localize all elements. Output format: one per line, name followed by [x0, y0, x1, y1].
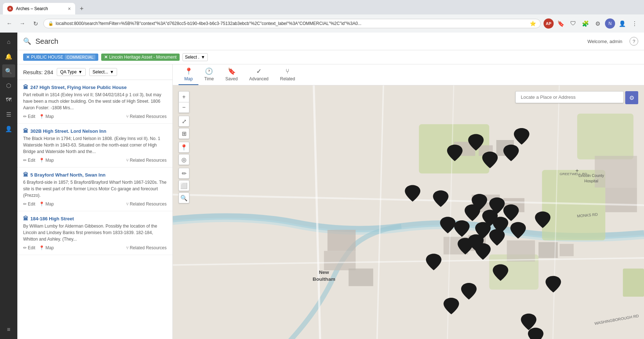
tab-map[interactable]: 📍 Map	[179, 64, 198, 85]
result-title-text[interactable]: 5 Brayford Wharf North, Swan Inn	[30, 172, 106, 178]
new-tab-button[interactable]: +	[77, 4, 87, 14]
result-title-text[interactable]: 302B High Street. Lord Nelson Inn	[30, 128, 106, 134]
shield-icon[interactable]: 🛡	[568, 18, 578, 29]
map-tab-saved-icon: 🔖	[228, 67, 236, 75]
select-area-button[interactable]: ⬜	[179, 180, 189, 191]
edit-link-3[interactable]: ✏ Edit	[23, 245, 35, 250]
filter-monument[interactable]: ✕ Lincoln Heritage Asset - Monument	[101, 54, 180, 61]
app: ⌂ 🔔 🔍 ⬡ 🗺 ☰ 👤 ≡ 🔍 Search Welcome, admin …	[0, 33, 644, 339]
map-container[interactable]: New Boultham MONKS RD WASHINGBOROUGH RD …	[173, 85, 644, 339]
edit-link-2[interactable]: ✏ Edit	[23, 202, 35, 207]
tab-time[interactable]: 🕐 Time	[198, 64, 219, 85]
results-list: 🏛 247 High Street, Flying Horse Public H…	[17, 80, 172, 339]
reload-button[interactable]: ↻	[30, 18, 40, 29]
tab-saved-label: Saved	[226, 76, 238, 81]
extensions-icon[interactable]: AP	[544, 18, 554, 29]
result-title: 🏛 247 High Street, Flying Horse Public H…	[23, 84, 167, 90]
select-chevron: ▼	[110, 69, 114, 75]
related-link-1[interactable]: ⑂ Related Resources	[126, 158, 167, 163]
avatar-icon[interactable]: 👤	[617, 18, 627, 29]
sidebar-item-search[interactable]: 🔍	[2, 64, 15, 77]
locate-place-input[interactable]	[515, 91, 624, 103]
sidebar-item-person[interactable]: 👤	[2, 122, 15, 135]
map-link-0[interactable]: 📍 Map	[39, 114, 54, 119]
tab-close-button[interactable]: ×	[68, 6, 71, 12]
tab-related[interactable]: ⑂ Related	[274, 65, 301, 85]
filter-dropdown[interactable]: Select . ▼	[183, 53, 208, 61]
reset-view-button[interactable]: ⤢	[179, 116, 189, 127]
map-link-1[interactable]: 📍 Map	[39, 158, 54, 163]
filter-commercial-close[interactable]: ✕	[26, 55, 30, 60]
related-link-0[interactable]: ⑂ Related Resources	[126, 114, 167, 119]
results-count: Results: 284	[23, 69, 53, 75]
result-heritage-icon: 🏛	[23, 172, 28, 178]
filter-commercial[interactable]: ✕ PUBLIC HOUSE COMMERCIAL	[23, 54, 98, 61]
svg-text:New: New	[319, 270, 329, 275]
result-actions: ✏ Edit 📍 Map ⑂ Related Resources	[23, 158, 167, 163]
related-link-3[interactable]: ⑂ Related Resources	[126, 245, 167, 250]
result-item: 🏛 184-186 High Street By William Lumby f…	[17, 211, 172, 255]
result-title-text[interactable]: 247 High Street, Flying Horse Public Hou…	[30, 85, 127, 90]
qa-type-button[interactable]: QA Type ▼	[57, 68, 86, 76]
map-link-2[interactable]: 📍 Map	[39, 202, 54, 207]
settings-icon[interactable]: ⚙	[593, 18, 603, 29]
edit-icon-2: ✏	[23, 202, 27, 207]
edit-icon-3: ✏	[23, 245, 27, 250]
edit-icon-1: ✏	[23, 158, 27, 163]
help-button[interactable]: ?	[630, 37, 638, 46]
active-tab[interactable]: A Arches – Search ×	[3, 3, 75, 14]
result-desc: The Black Horse in 1794; Lord Nelson in …	[23, 135, 167, 155]
sidebar-item-map[interactable]: 🗺	[2, 93, 15, 106]
main-content: 🔍 Search Welcome, admin ? ✕ PUBLIC HOUSE…	[17, 33, 644, 339]
tab-title: Arches – Search	[16, 6, 65, 11]
filter-monument-close[interactable]: ✕	[104, 55, 108, 60]
tab-time-label: Time	[204, 76, 214, 81]
svg-rect-13	[507, 240, 535, 261]
sidebar-item-list[interactable]: ☰	[2, 108, 15, 121]
result-heritage-icon: 🏛	[23, 84, 28, 90]
related-link-2[interactable]: ⑂ Related Resources	[126, 202, 167, 207]
filter-dropdown-label: Select .	[185, 55, 199, 60]
zoom-out-button[interactable]: −	[179, 102, 189, 113]
edit-link-1[interactable]: ✏ Edit	[23, 158, 35, 163]
draw-button[interactable]: ✏	[179, 168, 189, 179]
tab-related-label: Related	[280, 76, 295, 81]
address-bar[interactable]: 🔒 localhost:8000/search?termFilter=%5B%7…	[43, 19, 541, 28]
map-link-3[interactable]: 📍 Map	[39, 245, 54, 250]
result-title-text[interactable]: 184-186 High Street	[30, 216, 74, 221]
pin-location-button[interactable]: 📍	[179, 142, 189, 153]
tab-saved[interactable]: 🔖 Saved	[220, 64, 244, 85]
forward-button[interactable]: →	[17, 18, 27, 29]
svg-text:Boultham: Boultham	[313, 276, 335, 282]
more-button[interactable]: ⋮	[630, 18, 640, 29]
back-button[interactable]: ←	[4, 18, 14, 29]
filter-commercial-label: PUBLIC HOUSE	[31, 55, 63, 60]
plugin-icon[interactable]: 🧩	[580, 18, 591, 29]
zoom-in-button[interactable]: +	[179, 91, 189, 102]
related-icon-0: ⑂	[126, 114, 129, 119]
sidebar-item-graph[interactable]: ⬡	[2, 79, 15, 92]
result-actions: ✏ Edit 📍 Map ⑂ Related Resources	[23, 202, 167, 207]
select-button[interactable]: Select... ▼	[89, 68, 117, 76]
result-desc: 6 Brayford-side in 1857; 5 Brayford/Bray…	[23, 179, 167, 199]
bookmark-icon[interactable]: 🔖	[556, 18, 566, 29]
sidebar: ⌂ 🔔 🔍 ⬡ 🗺 ☰ 👤 ≡	[0, 33, 17, 339]
zoom-search-button[interactable]: 🔍	[179, 192, 189, 203]
map-svg: New Boultham MONKS RD WASHINGBOROUGH RD …	[173, 85, 644, 339]
sidebar-item-menu[interactable]: ≡	[2, 323, 15, 336]
result-actions: ✏ Edit 📍 Map ⑂ Related Resources	[23, 245, 167, 250]
map-controls: + − ⤢ ⊞ 📍 ◎ ✏ ⬜ 🔍	[179, 91, 189, 203]
sidebar-item-home[interactable]: ⌂	[2, 35, 15, 48]
gps-button[interactable]: ◎	[179, 154, 189, 165]
select-label: Select...	[93, 69, 108, 75]
related-icon-2: ⑂	[126, 202, 129, 207]
svg-rect-20	[605, 187, 637, 212]
result-item: 🏛 302B High Street. Lord Nelson Inn The …	[17, 124, 172, 168]
profile-icon[interactable]: N	[605, 18, 615, 29]
map-settings-button[interactable]: ⚙	[625, 91, 638, 104]
edit-link-0[interactable]: ✏ Edit	[23, 114, 35, 119]
tab-advanced[interactable]: ✓ Advanced	[244, 64, 274, 85]
result-heritage-icon: 🏛	[23, 216, 28, 221]
layer-toggle-button[interactable]: ⊞	[179, 128, 189, 139]
sidebar-item-notifications[interactable]: 🔔	[2, 50, 15, 63]
